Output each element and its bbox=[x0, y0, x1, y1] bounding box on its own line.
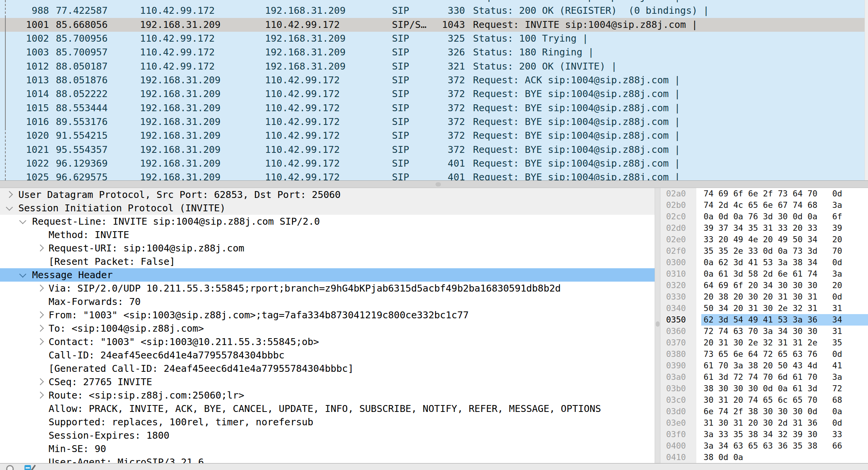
hex-row[interactable]: 03100a 61 3d 58 2d 6e 61 74 3a bbox=[660, 268, 868, 280]
detail-row[interactable]: [Resent Packet: False] bbox=[0, 255, 655, 268]
chevron-down-icon[interactable] bbox=[19, 271, 26, 277]
chevron-right-icon[interactable] bbox=[6, 191, 13, 198]
hex-row[interactable]: 03000a 62 3d 41 53 3a 38 34 0d bbox=[660, 257, 868, 268]
packet-row[interactable]: 100285.700956110.42.99.172192.168.31.209… bbox=[0, 32, 868, 45]
hex-bytes[interactable]: 30 31 20 74 65 6c 65 70 68 bbox=[701, 394, 868, 406]
detail-row[interactable]: Session Initiation Protocol (INVITE) bbox=[0, 201, 655, 215]
hex-bytes[interactable]: 38 0d 0a bbox=[701, 452, 868, 463]
hex-row[interactable]: 02f035 35 2e 33 0d 0a 73 3d 70 bbox=[660, 245, 868, 257]
hex-row[interactable]: 038073 65 6e 64 72 65 63 76 0d bbox=[660, 348, 868, 360]
hex-bytes[interactable]: 74 2d 4c 65 6e 67 74 68 3a bbox=[701, 199, 868, 211]
detail-row[interactable]: Supported: replaces, 100rel, timer, nore… bbox=[0, 415, 655, 429]
packet-row[interactable]: 102596.629575192.168.31.209110.42.99.172… bbox=[0, 170, 868, 180]
hex-row[interactable]: 036072 74 63 70 3a 34 30 30 31 bbox=[660, 326, 868, 337]
detail-row[interactable]: User Datagram Protocol, Src Port: 62853,… bbox=[0, 188, 655, 201]
hex-row[interactable]: 02d039 37 34 35 31 33 20 33 39 bbox=[660, 222, 868, 234]
hex-bytes[interactable]: 33 20 49 4e 20 49 50 34 20 bbox=[701, 234, 868, 245]
hex-bytes[interactable]: 61 70 3a 38 20 50 43 4d 41 bbox=[701, 360, 868, 371]
chevron-right-icon[interactable] bbox=[37, 378, 44, 385]
packet-row[interactable]: 101689.553176192.168.31.209110.42.99.172… bbox=[0, 115, 868, 129]
packet-row[interactable]: 102296.129369192.168.31.209110.42.99.172… bbox=[0, 157, 868, 170]
detail-row[interactable]: Message Header bbox=[0, 268, 655, 282]
detail-row[interactable]: CSeq: 27765 INVITE bbox=[0, 375, 655, 389]
hex-row[interactable]: 03e031 30 31 20 30 2d 31 36 0d bbox=[660, 417, 868, 429]
detail-row[interactable]: Call-ID: 24eaf45eec6d41e4a77955784304bbb… bbox=[0, 348, 655, 362]
hex-row[interactable]: 039061 70 3a 38 20 50 43 4d 41 bbox=[660, 360, 868, 371]
hex-bytes[interactable]: 61 3d 72 74 70 6d 61 70 3a bbox=[701, 371, 868, 383]
packet-row[interactable]: 102195.554357192.168.31.209110.42.99.172… bbox=[0, 143, 868, 157]
detail-row[interactable]: Max-Forwards: 70 bbox=[0, 295, 655, 308]
detail-row[interactable]: Route: <sip:sip.z88j.com:25060;lr> bbox=[0, 389, 655, 402]
packet-list-vertical-scrollbar[interactable] bbox=[865, 0, 868, 180]
hex-bytes[interactable]: 31 30 31 20 30 2d 31 36 0d bbox=[701, 417, 868, 429]
packet-row[interactable]: 102091.554215192.168.31.209110.42.99.172… bbox=[0, 129, 868, 143]
hex-bytes[interactable]: 50 34 20 31 30 2e 32 31 31 bbox=[701, 303, 868, 314]
detail-row[interactable]: Request-Line: INVITE sip:1004@sip.z88j.c… bbox=[0, 215, 655, 228]
hex-row[interactable]: 03c030 31 20 74 65 6c 65 70 68 bbox=[660, 394, 868, 406]
hex-row[interactable]: 02a074 69 6f 6e 2f 73 64 70 0d bbox=[660, 188, 868, 199]
packet-row[interactable]: 101388.051876192.168.31.209110.42.99.172… bbox=[0, 73, 868, 87]
hex-bytes[interactable]: 20 38 20 30 20 31 30 31 0d bbox=[701, 291, 868, 303]
packet-row[interactable]: 101588.553444192.168.31.209110.42.99.172… bbox=[0, 101, 868, 115]
packet-row[interactable]: 100185.668056192.168.31.209110.42.99.172… bbox=[0, 18, 868, 32]
detail-row[interactable]: [Generated Call-ID: 24eaf45eec6d41e4a779… bbox=[0, 362, 655, 375]
detail-row[interactable]: From: "1003" <sip:1003@sip.z88j.com>;tag… bbox=[0, 308, 655, 322]
hex-bytes[interactable]: 64 69 6f 20 34 30 30 30 20 bbox=[701, 280, 868, 291]
packet-list-horizontal-scrollbar[interactable] bbox=[0, 180, 868, 188]
hex-bytes[interactable]: 6e 74 2f 38 30 30 30 0d 0a bbox=[701, 406, 868, 417]
detail-row[interactable]: Request-URI: sip:1004@sip.z88j.com bbox=[0, 241, 655, 255]
hex-bytes[interactable]: 39 37 34 35 31 33 20 33 39 bbox=[701, 222, 868, 234]
chevron-down-icon[interactable] bbox=[19, 217, 26, 224]
detail-row[interactable]: Min-SE: 90 bbox=[0, 442, 655, 455]
scrollbar-thumb[interactable] bbox=[656, 321, 660, 327]
detail-row[interactable]: Allow: PRACK, INVITE, ACK, BYE, CANCEL, … bbox=[0, 402, 655, 415]
hex-row[interactable]: 032064 69 6f 20 34 30 30 30 20 bbox=[660, 280, 868, 291]
hex-bytes[interactable]: 35 35 2e 33 0d 0a 73 3d 70 bbox=[701, 245, 868, 257]
hex-row[interactable]: 037020 31 30 2e 32 31 31 2e 35 bbox=[660, 337, 868, 348]
hex-bytes[interactable]: 20 31 30 2e 32 31 31 2e 35 bbox=[701, 337, 868, 348]
hex-bytes[interactable]: 38 30 30 30 0d 0a 61 3d 72 bbox=[701, 383, 868, 394]
packet-row[interactable]: 100385.700957110.42.99.172192.168.31.209… bbox=[0, 45, 868, 59]
hex-row[interactable]: 034050 34 20 31 30 2e 32 31 31 bbox=[660, 303, 868, 314]
detail-row[interactable]: Contact: "1003" <sip:1003@10.211.55.3:55… bbox=[0, 335, 655, 348]
hex-bytes[interactable]: 0a 61 3d 58 2d 6e 61 74 3a bbox=[701, 268, 868, 280]
hex-row[interactable]: 03a061 3d 72 74 70 6d 61 70 3a bbox=[660, 371, 868, 383]
chevron-right-icon[interactable] bbox=[37, 391, 44, 398]
hex-row[interactable]: 041038 0d 0a bbox=[660, 452, 868, 463]
hex-bytes[interactable]: 74 69 6f 6e 2f 73 64 70 0d bbox=[701, 188, 868, 199]
packet-row[interactable]: 98877.422587110.42.99.172192.168.31.209S… bbox=[0, 4, 868, 18]
chevron-right-icon[interactable] bbox=[37, 244, 44, 251]
hex-row[interactable]: 03b038 30 30 30 0d 0a 61 3d 72 bbox=[660, 383, 868, 394]
detail-row[interactable]: User-Agent: MicroSIP/3.21.6 bbox=[0, 455, 655, 463]
chevron-right-icon[interactable] bbox=[37, 311, 44, 318]
detail-row[interactable]: To: <sip:1004@sip.z88j.com> bbox=[0, 322, 655, 335]
chevron-right-icon[interactable] bbox=[37, 324, 44, 331]
packet-row[interactable]: 101288.050187110.42.99.172192.168.31.209… bbox=[0, 60, 868, 73]
hex-bytes[interactable]: 72 74 63 70 3a 34 30 30 31 bbox=[701, 326, 868, 337]
hex-row[interactable]: 02c00a 0d 0a 76 3d 30 0d 0a 6f bbox=[660, 211, 868, 222]
detail-row[interactable]: Method: INVITE bbox=[0, 228, 655, 241]
expert-info-icon[interactable] bbox=[6, 465, 14, 470]
detail-row[interactable]: Via: SIP/2.0/UDP 10.211.55.3:55845;rport… bbox=[0, 282, 655, 295]
chevron-right-icon[interactable] bbox=[37, 284, 44, 291]
hex-bytes[interactable]: 73 65 6e 64 72 65 63 76 0d bbox=[701, 348, 868, 360]
chevron-down-icon[interactable] bbox=[6, 204, 13, 211]
details-vertical-scrollbar[interactable] bbox=[655, 188, 660, 463]
hex-row[interactable]: 04003a 34 63 65 63 36 35 38 66 bbox=[660, 440, 868, 452]
hex-bytes[interactable]: 3a 33 35 38 34 32 39 30 33 bbox=[701, 429, 868, 440]
hex-row[interactable]: 035062 3d 54 49 41 53 3a 36 34 bbox=[660, 314, 868, 326]
packet-row[interactable]: 101488.052222192.168.31.209110.42.99.172… bbox=[0, 87, 868, 101]
capture-comment-icon[interactable] bbox=[24, 465, 31, 470]
hex-bytes[interactable]: 3a 34 63 65 63 36 35 38 66 bbox=[701, 440, 868, 452]
hex-bytes[interactable]: 0a 0d 0a 76 3d 30 0d 0a 6f bbox=[701, 211, 868, 222]
hex-row[interactable]: 03f03a 33 35 38 34 32 39 30 33 bbox=[660, 429, 868, 440]
hex-row[interactable]: 033020 38 20 30 20 31 30 31 0d bbox=[660, 291, 868, 303]
hex-row[interactable]: 03d06e 74 2f 38 30 30 30 0d 0a bbox=[660, 406, 868, 417]
hex-bytes[interactable]: 0a 62 3d 41 53 3a 38 34 0d bbox=[701, 257, 868, 268]
hex-row[interactable]: 02b074 2d 4c 65 6e 67 74 68 3a bbox=[660, 199, 868, 211]
packet-row[interactable]: 98777.421102192.168.31.209110.42.99.172S… bbox=[0, 0, 868, 4]
hex-bytes[interactable]: 62 3d 54 49 41 53 3a 36 34 bbox=[701, 314, 868, 326]
detail-row[interactable]: Session-Expires: 1800 bbox=[0, 429, 655, 442]
hex-row[interactable]: 02e033 20 49 4e 20 49 50 34 20 bbox=[660, 234, 868, 245]
scrollbar-thumb[interactable] bbox=[436, 182, 441, 186]
